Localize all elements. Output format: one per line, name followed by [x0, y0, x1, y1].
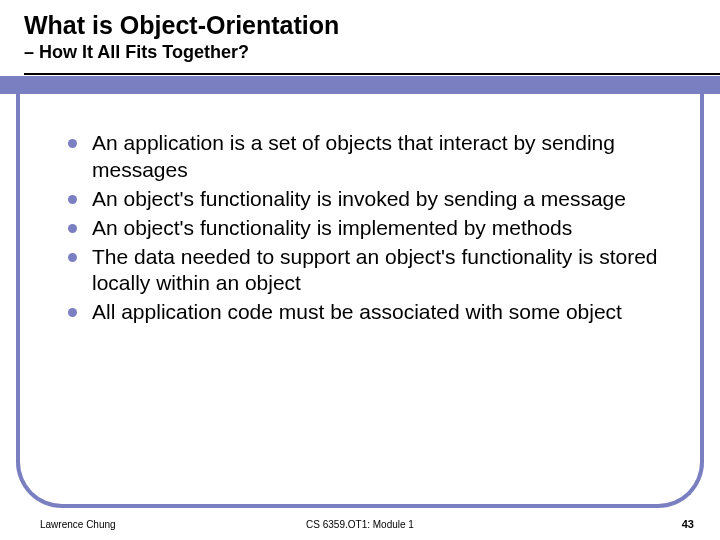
slide: What is Object-Orientation – How It All … — [0, 0, 720, 540]
content-area: An application is a set of objects that … — [20, 94, 700, 338]
slide-footer: Lawrence Chung CS 6359.OT1: Module 1 43 — [0, 518, 720, 530]
footer-author: Lawrence Chung — [40, 519, 116, 530]
list-item: The data needed to support an object's f… — [68, 244, 664, 298]
footer-page-number: 43 — [682, 518, 694, 530]
accent-band — [0, 76, 720, 94]
list-item: An application is a set of objects that … — [68, 130, 664, 184]
bullet-list: An application is a set of objects that … — [68, 130, 664, 326]
list-item: An object's functionality is invoked by … — [68, 186, 664, 213]
divider-line — [24, 73, 720, 75]
list-item: An object's functionality is implemented… — [68, 215, 664, 242]
slide-title: What is Object-Orientation — [24, 10, 720, 40]
footer-course: CS 6359.OT1: Module 1 — [306, 519, 414, 530]
slide-subtitle: – How It All Fits Together? — [24, 42, 720, 63]
slide-header: What is Object-Orientation – How It All … — [0, 0, 720, 63]
content-frame: An application is a set of objects that … — [16, 94, 704, 508]
list-item: All application code must be associated … — [68, 299, 664, 326]
